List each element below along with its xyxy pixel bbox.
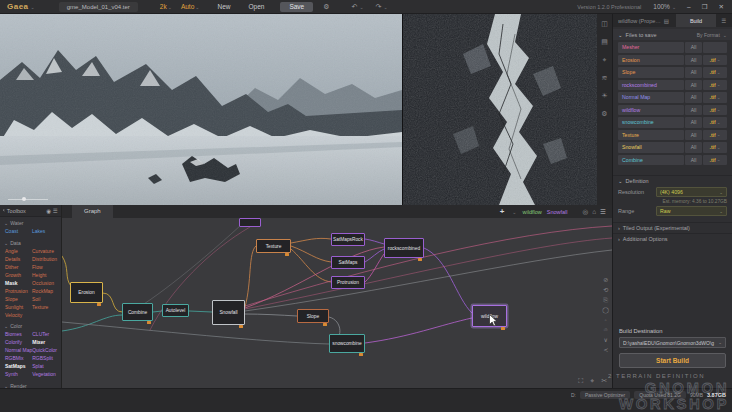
file-name[interactable]: Mesher: [618, 42, 684, 53]
toolbox-item-dither[interactable]: Dither: [5, 264, 32, 271]
toolbox-section-data[interactable]: Data: [0, 237, 61, 247]
toolbox-item-distribution[interactable]: Distribution: [32, 256, 59, 263]
node-clipped-node[interactable]: [239, 218, 261, 227]
file-channels-dropdown[interactable]: All: [685, 42, 702, 53]
by-format-dropdown[interactable]: By Format: [697, 32, 720, 38]
file-name[interactable]: snowcombine: [618, 117, 684, 128]
toolbox-item-protrusion[interactable]: Protrusion: [5, 288, 32, 295]
bookmark-wildflow[interactable]: wildflow: [523, 209, 542, 215]
file-format-dropdown[interactable]: .tif: [703, 142, 727, 153]
toolbox-item-occlusion[interactable]: Occlusion: [32, 280, 59, 287]
node-autolevel[interactable]: Autolevel: [162, 304, 189, 317]
file-channels-dropdown[interactable]: All: [685, 55, 702, 66]
files-to-save-header[interactable]: Files to save By Format: [613, 29, 732, 40]
file-name[interactable]: Erosion: [618, 55, 684, 66]
toolbox-item-curvature[interactable]: Curvature: [32, 248, 59, 255]
file-channels-dropdown[interactable]: All: [685, 80, 702, 91]
dot-icon[interactable]: ◦: [605, 317, 607, 323]
toolbox-item-vegetation[interactable]: Vegetation: [32, 371, 59, 378]
file-format-dropdown[interactable]: .tif: [703, 155, 727, 166]
toolbox-eye-icon[interactable]: ◉: [46, 208, 51, 214]
topdown-viewport[interactable]: [403, 14, 597, 205]
file-name[interactable]: Slope: [618, 67, 684, 78]
maximize-icon[interactable]: ❐: [702, 3, 708, 11]
refresh-icon[interactable]: ⟲: [603, 287, 608, 293]
display-settings-icon[interactable]: ⚙: [601, 110, 607, 117]
file-format-dropdown[interactable]: .tif: [703, 117, 727, 128]
save-button[interactable]: Save: [280, 2, 313, 12]
layers-icon[interactable]: ▤: [601, 38, 608, 45]
toolbox-item-splat[interactable]: Splat: [32, 363, 59, 370]
toolbox-item-satmaps[interactable]: SatMaps: [5, 363, 32, 370]
copy-icon[interactable]: ⎘: [603, 297, 608, 303]
panel-menu-icon[interactable]: ☰: [716, 14, 732, 27]
fit-view-icon[interactable]: ⛶: [578, 377, 583, 385]
toolbox-item-growth[interactable]: Growth: [5, 272, 32, 279]
auto-chevron-icon[interactable]: [195, 4, 199, 10]
node-erosion[interactable]: Erosion: [70, 282, 103, 303]
file-name[interactable]: Snowfall: [618, 142, 684, 153]
toolbox-item-rgbmix[interactable]: RGBMix: [5, 355, 32, 362]
range-select[interactable]: Raw: [656, 206, 727, 216]
gear-icon[interactable]: ⚙: [323, 3, 329, 11]
file-channels-dropdown[interactable]: All: [685, 117, 702, 128]
node-snowcombine[interactable]: snowcombine: [329, 334, 365, 353]
toolbox-item-rgbsplit[interactable]: RGBSplit: [32, 355, 59, 362]
toolbox-item-quickcolor[interactable]: QuickColor: [32, 347, 59, 354]
toolbox-item-details[interactable]: Details: [5, 256, 32, 263]
node-satmapsrock[interactable]: SatMapsRock: [331, 233, 365, 246]
water-icon[interactable]: ≋: [602, 74, 608, 81]
file-channels-dropdown[interactable]: All: [685, 130, 702, 141]
file-format-dropdown[interactable]: .tif: [703, 105, 727, 116]
app-menu-chevron-icon[interactable]: [31, 4, 35, 10]
file-channels-dropdown[interactable]: All: [685, 67, 702, 78]
toolbox-item-lakes[interactable]: Lakes: [32, 228, 59, 235]
resolution-chevron-icon[interactable]: [168, 4, 172, 10]
split-view-icon[interactable]: ◫: [601, 20, 608, 27]
ui-zoom-dropdown[interactable]: 100%: [653, 3, 670, 10]
graph-menu-icon[interactable]: ☰: [600, 208, 606, 215]
redo-chevron-icon[interactable]: [383, 4, 387, 10]
file-channels-dropdown[interactable]: All: [685, 142, 702, 153]
tab-properties[interactable]: wildflow (Prope… ▤: [613, 14, 676, 27]
toolbox-item-biomes[interactable]: Biomes: [5, 331, 32, 338]
sun-icon[interactable]: ☀: [601, 92, 607, 99]
circle-icon[interactable]: ◯: [602, 307, 609, 313]
redo-icon[interactable]: ↷: [376, 3, 382, 11]
node-protrusion[interactable]: Protrusion: [331, 276, 365, 289]
undo-chevron-icon[interactable]: [359, 4, 363, 10]
add-node-button[interactable]: +: [500, 207, 505, 216]
node-snowfall[interactable]: Snowfall: [212, 300, 245, 325]
toolbox-item-coast[interactable]: Coast: [5, 228, 32, 235]
link-icon[interactable]: ⌾: [604, 327, 608, 333]
definition-header[interactable]: Definition: [613, 175, 732, 185]
auto-dropdown[interactable]: Auto: [181, 3, 194, 10]
toolbox-item-slope[interactable]: Slope: [5, 296, 32, 303]
undo-icon[interactable]: ↶: [352, 3, 358, 11]
cut-icon[interactable]: ✂: [601, 377, 607, 385]
additional-options-section[interactable]: Additional Options: [613, 233, 732, 244]
resolution-select[interactable]: (4K) 4096: [656, 187, 727, 197]
file-channels-dropdown[interactable]: All: [685, 105, 702, 116]
file-tab[interactable]: gme_Model_01_v04.ter: [59, 2, 138, 12]
toolbox-item-rockmap[interactable]: RockMap: [32, 288, 59, 295]
toolbox-item-height[interactable]: Height: [32, 272, 59, 279]
home-icon[interactable]: ⌂: [592, 208, 596, 215]
toolbox-item-sunlight[interactable]: Sunlight: [5, 304, 32, 311]
toolbox-item-angle[interactable]: Angle: [5, 248, 32, 255]
toolbox-item-normal-map[interactable]: Normal Map: [5, 347, 32, 354]
bookmark-snowfall[interactable]: Snowfall: [547, 209, 568, 215]
snap-icon[interactable]: ◎: [583, 208, 589, 215]
file-channels-dropdown[interactable]: All: [685, 155, 702, 166]
file-name[interactable]: Combine: [618, 155, 684, 166]
file-name[interactable]: wildflow: [618, 105, 684, 116]
toolbox-item-mixer[interactable]: Mixer: [32, 339, 59, 346]
disable-icon[interactable]: ⊘: [603, 277, 608, 283]
tiled-output-section[interactable]: Tiled Output (Experimental): [613, 222, 732, 233]
file-format-dropdown[interactable]: .tif: [703, 55, 727, 66]
node-slope[interactable]: Slope: [297, 309, 329, 323]
zoom-chevron-icon[interactable]: [672, 4, 676, 10]
app-logo[interactable]: Gaea: [7, 2, 29, 11]
toolbox-item-velocity[interactable]: Velocity: [5, 312, 32, 319]
file-name[interactable]: Normal Map: [618, 92, 684, 103]
